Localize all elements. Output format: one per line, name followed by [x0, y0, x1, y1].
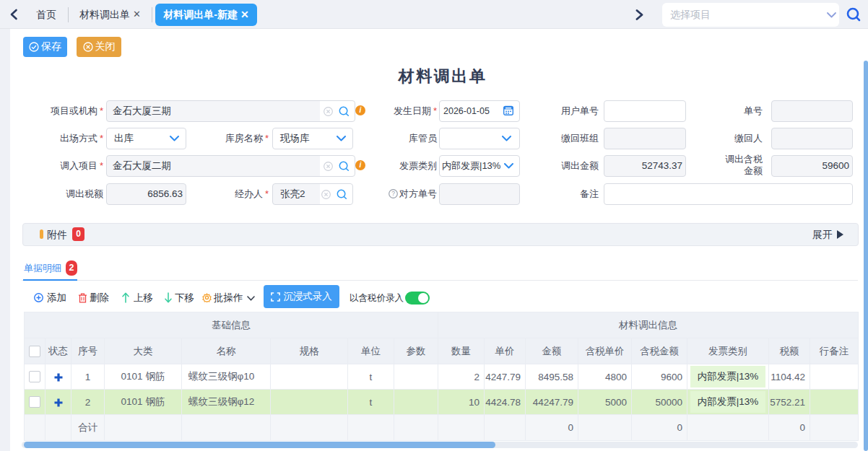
svg-text:?: ? [391, 190, 395, 197]
